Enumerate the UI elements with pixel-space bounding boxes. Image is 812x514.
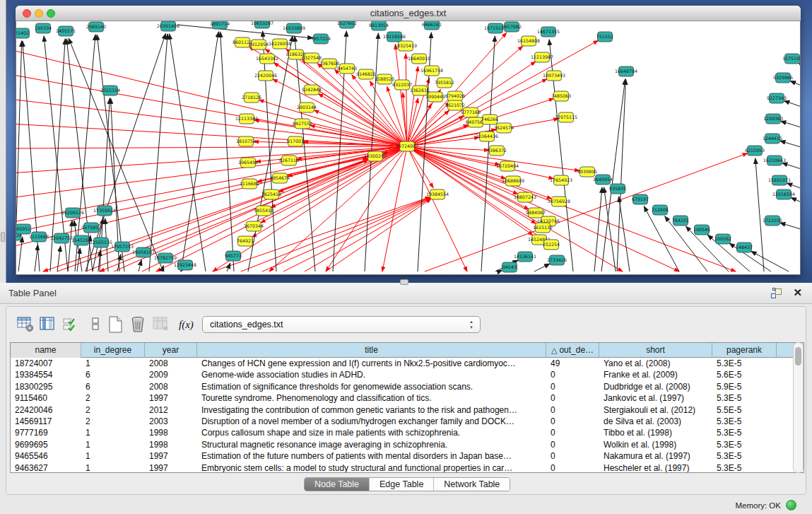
function-builder-icon[interactable]: f(x) [179, 315, 197, 334]
graph-node[interactable]: 10688609 [502, 176, 524, 186]
float-window-icon[interactable] [771, 288, 782, 298]
close-panel-icon[interactable]: ✕ [793, 286, 802, 299]
graph-node[interactable]: 764201 [672, 216, 689, 226]
table-row[interactable]: 946554611997Estimation of the future num… [11, 450, 804, 462]
graph-node[interactable]: 1721035 [763, 216, 782, 226]
table-row[interactable]: 969969511998Structural magnetic resonanc… [11, 439, 804, 450]
memory-ok-indicator[interactable] [786, 500, 796, 510]
graph-node[interactable]: 20206526 [61, 208, 84, 218]
graph-node[interactable]: 1545194 [71, 235, 91, 245]
graph-node[interactable]: 3624574 [494, 123, 514, 133]
graph-node[interactable]: 18325419 [394, 41, 417, 51]
graph-node[interactable]: 190334 [35, 23, 52, 33]
graph-node[interactable]: 1891714 [210, 21, 230, 29]
graph-node[interactable]: 1209383 [763, 114, 783, 124]
graph-node[interactable]: 12042757 [50, 233, 73, 243]
graph-node[interactable]: 109262 [714, 234, 731, 244]
graph-node[interactable]: 1588520 [375, 74, 394, 84]
tab-node-table[interactable]: Node Table [305, 478, 370, 491]
table-scrollbar[interactable] [793, 342, 804, 473]
graph-node[interactable]: 1810753 [236, 136, 256, 146]
graph-node[interactable]: 945773 [225, 251, 242, 261]
graph-node[interactable]: 1990443 [425, 92, 445, 102]
graph-node[interactable]: 679197 [632, 194, 649, 204]
graph-node[interactable]: 1640954 [593, 175, 613, 185]
graph-node[interactable]: 2069140 [86, 22, 106, 32]
graph-node[interactable]: 8427552 [293, 119, 312, 129]
graph-node[interactable]: 1115688 [29, 232, 49, 242]
column-header-title[interactable]: title [197, 343, 546, 358]
graph-node[interactable]: 16033809 [283, 23, 305, 33]
tab-network-table[interactable]: Network Table [434, 478, 510, 491]
graph-node[interactable]: 9242844 [302, 85, 322, 95]
new-document-icon[interactable] [107, 315, 125, 334]
graph-node[interactable]: 19218586 [383, 32, 406, 42]
graph-node[interactable]: 8322037 [392, 80, 412, 90]
graph-node[interactable]: 2803144 [297, 103, 317, 112]
graph-node[interactable]: 1854674 [270, 173, 290, 183]
graph-node[interactable]: 2718126 [242, 93, 261, 103]
graph-node[interactable]: 1244415 [763, 134, 782, 144]
graph-node[interactable]: 18640910 [408, 54, 430, 64]
table-row[interactable]: 946362711997Embryonic stem cells: a mode… [11, 462, 804, 473]
graph-node[interactable]: 9975857 [81, 223, 101, 233]
graph-node[interactable]: 19958187 [132, 247, 155, 257]
graph-node[interactable]: 8267110 [279, 156, 299, 165]
column-header-out_de[interactable]: △out_de… [546, 343, 599, 358]
graph-node[interactable]: 9329966 [773, 73, 793, 83]
table-settings-icon[interactable] [16, 315, 35, 334]
graph-node[interactable]: 12213987 [531, 52, 553, 62]
graph-node[interactable]: 935835 [609, 184, 626, 194]
graph-node[interactable]: 6794028 [445, 91, 465, 101]
graph-node[interactable]: 14136141 [514, 252, 536, 262]
graph-node[interactable]: 17957253 [111, 242, 134, 252]
graph-node[interactable]: 1621072 [445, 100, 465, 110]
graph-node[interactable]: 16543382 [256, 54, 278, 64]
graph-node[interactable]: 1575107 [782, 54, 801, 64]
graph-node[interactable]: 12975115 [555, 112, 577, 122]
graph-node[interactable]: 8939895 [577, 167, 597, 177]
graph-node[interactable]: 21402 [16, 28, 30, 38]
column-header-short[interactable]: short [599, 343, 712, 358]
column-header-pagerank[interactable]: pagerank [712, 343, 777, 358]
graph-node[interactable]: 1405571 [56, 26, 76, 36]
graph-node[interactable]: 7625418 [261, 189, 281, 199]
table-row[interactable]: 1938455462009Genome-wide association stu… [11, 369, 804, 380]
graph-node[interactable]: 751552 [596, 32, 613, 42]
graph-node[interactable]: 18226058 [269, 39, 291, 49]
column-header-year[interactable]: year [145, 343, 197, 358]
select-all-icon[interactable] [61, 315, 80, 334]
graph-node[interactable]: 12213383 [235, 114, 258, 124]
table-selector-dropdown[interactable]: citations_edges.txt ▲▼ [202, 316, 481, 333]
graph-node[interactable]: 1733426 [547, 255, 567, 265]
graph-node[interactable]: 9227343 [767, 93, 787, 103]
graph-node[interactable]: 14671355 [537, 27, 560, 37]
graph-node[interactable]: 16210643 [763, 156, 786, 165]
tab-edge-table[interactable]: Edge Table [370, 478, 434, 491]
left-splitter[interactable] [0, 0, 6, 283]
graph-node[interactable]: 12505135 [90, 238, 112, 247]
graph-node[interactable]: 22420046 [254, 71, 277, 81]
graph-node[interactable]: 16961758 [420, 66, 443, 76]
graph-node[interactable]: 2367608 [319, 59, 339, 69]
graph-node[interactable]: 16782759 [154, 253, 177, 263]
graph-node[interactable]: 8215953 [745, 146, 765, 156]
network-window-titlebar[interactable]: citations_edges.txt [16, 6, 801, 21]
scrollbar-thumb[interactable] [795, 347, 801, 366]
graph-node[interactable]: 20391406 [157, 21, 180, 31]
graph-node[interactable]: 917003 [287, 136, 304, 146]
graph-node[interactable]: 7857224 [311, 34, 331, 44]
delete-trash-icon[interactable] [129, 315, 148, 334]
graph-node[interactable]: 212606 [652, 205, 669, 215]
panel-divider-handle[interactable] [400, 279, 408, 285]
graph-node[interactable]: 7855410 [254, 206, 273, 216]
graph-node[interactable]: 8813054 [369, 21, 389, 30]
graph-node[interactable]: 10653287 [251, 21, 273, 28]
select-columns-icon[interactable] [39, 315, 57, 334]
graph-node[interactable]: 7485063 [551, 91, 571, 101]
table-row[interactable]: 2242004622012Investigating the contribut… [11, 404, 804, 416]
graph-node[interactable]: 15692971 [768, 175, 791, 185]
graph-node[interactable]: 6466161 [422, 21, 442, 30]
graph-node[interactable]: 1965498 [238, 158, 258, 168]
graph-node[interactable]: 85051 [16, 224, 31, 234]
